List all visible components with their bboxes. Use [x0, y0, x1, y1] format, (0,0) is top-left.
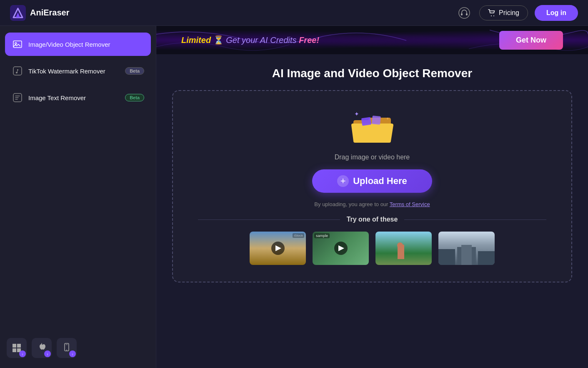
- svg-point-17: [66, 350, 67, 350]
- svg-rect-12: [13, 344, 16, 348]
- ios-download-button[interactable]: ↓: [57, 338, 77, 358]
- sidebar-item-label: Image Text Remover: [28, 94, 86, 101]
- content-area: Limited ⏳ Get your AI Credits Free! Get …: [156, 26, 588, 368]
- thumb-watermark: iStock: [293, 233, 304, 238]
- person-head: [397, 242, 403, 248]
- svg-rect-21: [372, 116, 381, 125]
- divider-left: [198, 219, 340, 220]
- download-badge: ↓: [19, 350, 26, 357]
- play-triangle-1: [275, 245, 281, 251]
- svg-rect-8: [13, 41, 22, 48]
- play-overlay-2: [313, 232, 369, 265]
- play-button-1: [271, 242, 285, 255]
- divider-right: [404, 219, 546, 220]
- platform-downloads: ↓ ↓ ↓: [5, 335, 151, 361]
- svg-point-7: [493, 15, 494, 16]
- banner-text-area: Limited ⏳ Get your AI Credits Free!: [181, 35, 319, 45]
- sidebar-item-text-remover[interactable]: Image Text Remover Beta: [5, 86, 151, 109]
- sample-thumbnails: iStock sample: [250, 232, 495, 265]
- banner-free-text: Free!: [299, 35, 319, 45]
- tiktok-icon: [12, 65, 23, 77]
- svg-rect-5: [466, 13, 468, 15]
- svg-rect-4: [461, 13, 463, 15]
- pricing-button[interactable]: Pricing: [479, 5, 528, 20]
- drag-drop-text: Drag image or video here: [335, 154, 410, 161]
- upload-plus-icon: +: [337, 175, 349, 187]
- svg-text:✦: ✦: [354, 111, 359, 117]
- upload-folder-icon: ✦ ✦: [349, 108, 395, 145]
- svg-point-9: [15, 43, 17, 44]
- download-badge: ↓: [69, 350, 76, 357]
- terms-text: By uploading, you agree to our Terms of …: [314, 201, 430, 207]
- support-button[interactable]: [456, 5, 473, 21]
- svg-rect-24: [478, 251, 495, 265]
- svg-rect-20: [361, 117, 371, 126]
- svg-rect-22: [438, 249, 455, 265]
- svg-rect-14: [13, 348, 16, 352]
- banner-middle-text: Get your AI Credits: [226, 35, 296, 45]
- banner-cta-button[interactable]: Get Now: [499, 31, 563, 50]
- login-button[interactable]: Log in: [535, 5, 578, 21]
- download-badge: ↓: [44, 350, 51, 357]
- mac-download-button[interactable]: ↓: [32, 338, 52, 358]
- main-layout: Image/Video Object Remover TikTok Waterm…: [0, 26, 588, 368]
- tiktok-beta-badge: Beta: [125, 67, 144, 75]
- upload-area[interactable]: ✦ ✦ Drag image or video here +: [172, 90, 572, 282]
- divider-row: Try one of these: [181, 216, 563, 223]
- svg-point-6: [491, 15, 492, 16]
- text-remover-beta-badge: Beta: [125, 94, 144, 101]
- object-remover-icon: [12, 38, 23, 50]
- sidebar-item-object-remover[interactable]: Image/Video Object Remover: [5, 33, 151, 56]
- sample-thumbnail-1[interactable]: iStock: [250, 232, 306, 265]
- sidebar-item-label: TikTok Watermark Remover: [28, 68, 105, 75]
- header-actions: Pricing Log in: [456, 5, 578, 21]
- sample-thumbnail-2[interactable]: sample: [313, 232, 369, 265]
- banner-hourglass: ⏳: [213, 35, 226, 45]
- app-name: AniEraser: [30, 8, 70, 18]
- play-button-2: [334, 242, 348, 255]
- sidebar-item-label: Image/Video Object Remover: [28, 41, 110, 48]
- svg-rect-13: [17, 344, 21, 348]
- try-samples-text: Try one of these: [347, 216, 398, 223]
- windows-download-button[interactable]: ↓: [7, 338, 27, 358]
- sidebar-item-tiktok-remover[interactable]: TikTok Watermark Remover Beta: [5, 59, 151, 83]
- logo-area: AniEraser: [10, 5, 70, 21]
- svg-rect-25: [461, 245, 472, 265]
- upload-button[interactable]: + Upload Here: [312, 169, 432, 193]
- terms-of-service-link[interactable]: Terms of Service: [390, 201, 430, 207]
- text-remover-icon: [12, 92, 23, 103]
- main-content: AI Image and Video Object Remover ✦ ✦: [156, 54, 588, 368]
- sample-thumbnail-4[interactable]: [438, 232, 495, 265]
- pricing-label: Pricing: [499, 9, 519, 17]
- banner-limited-text: Limited: [181, 35, 211, 45]
- building-silhouette: [438, 245, 495, 265]
- sidebar: Image/Video Object Remover TikTok Waterm…: [0, 26, 156, 368]
- play-triangle-2: [338, 245, 344, 251]
- app-logo-icon: [10, 5, 26, 21]
- page-title: AI Image and Video Object Remover: [272, 67, 472, 80]
- cart-icon: [488, 9, 495, 17]
- svg-point-3: [459, 8, 470, 18]
- promo-banner: Limited ⏳ Get your AI Credits Free! Get …: [156, 26, 588, 54]
- header: AniEraser Pricing Log in: [0, 0, 588, 26]
- sample-thumbnail-3[interactable]: [375, 232, 432, 265]
